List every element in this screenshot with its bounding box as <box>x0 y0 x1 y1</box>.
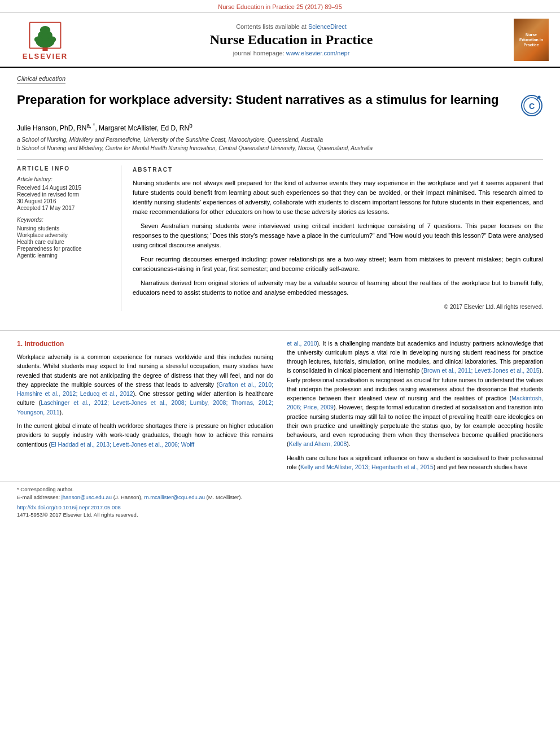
issn-line: 1471-5953/© 2017 Elsevier Ltd. All right… <box>17 512 543 518</box>
abstract-text: Nursing students are not always well pre… <box>133 178 543 298</box>
abstract-header: ABSTRACT <box>133 165 543 174</box>
svg-text:C: C <box>529 102 535 111</box>
elsevier-logo: ELSEVIER <box>11 20 79 60</box>
svg-point-3 <box>40 26 50 34</box>
crossmark-icon: C <box>520 94 543 117</box>
article-info-abstract-section: ARTICLE INFO Article history: Received 1… <box>17 159 543 311</box>
intro-para-4: Health care culture has a significant in… <box>287 453 543 472</box>
journal-logo-right: Nurse Education in Practice <box>504 19 549 61</box>
journal-citation: Nurse Education in Practice 25 (2017) 89… <box>218 3 342 10</box>
article-info-col: ARTICLE INFO Article history: Received 1… <box>17 165 121 311</box>
copyright-line: © 2017 Elsevier Ltd. All rights reserved… <box>133 303 543 311</box>
article-info-header: ARTICLE INFO <box>17 165 113 172</box>
author2-sup: b <box>189 123 193 129</box>
keyword-2: Workplace adversity <box>17 232 113 238</box>
footnote-emails: E-mail addresses: jhanson@usc.edu.au (J.… <box>17 493 543 501</box>
intro-para-1: Workplace adversity is a common experien… <box>17 352 273 417</box>
ref-haddad[interactable]: El Haddad et al., 2013; Levett-Jones et … <box>51 441 194 448</box>
body-col-left: 1. Introduction Workplace adversity is a… <box>17 339 273 477</box>
abstract-para-4: Narratives derived from original stories… <box>133 278 543 298</box>
keyword-4: Preparedness for practice <box>17 246 113 252</box>
sciencedirect-link[interactable]: ScienceDirect <box>308 23 347 30</box>
revised-date: 30 August 2016 <box>17 198 113 204</box>
author1-sup: a, * <box>86 123 95 129</box>
main-divider <box>0 330 560 331</box>
doi-link[interactable]: http://dx.doi.org/10.1016/j.nepr.2017.05… <box>17 504 543 510</box>
ref-mackintosh[interactable]: Mackintosh, 2006; Price, 2009 <box>287 395 543 410</box>
section-label: Clinical education <box>17 75 65 84</box>
body-col-right: et al., 2010). It is a challenging manda… <box>287 339 543 477</box>
intro-title: 1. Introduction <box>17 339 273 350</box>
keyword-3: Health care culture <box>17 239 113 245</box>
journal-logo-box: Nurse Education in Practice <box>514 19 549 61</box>
intro-para-3: et al., 2010). It is a challenging manda… <box>287 339 543 449</box>
keywords-section: Keywords: Nursing students Workplace adv… <box>17 217 113 259</box>
keyword-5: Agentic learning <box>17 252 113 259</box>
intro-para-2: In the current global climate of health … <box>17 421 273 449</box>
journal-homepage: journal homepage: www.elsevier.com/nepr <box>79 50 504 56</box>
accepted-date: Accepted 17 May 2017 <box>17 205 113 211</box>
keywords-label: Keywords: <box>17 217 113 223</box>
elsevier-tree-icon <box>25 20 65 51</box>
sciencedirect-line: Contents lists available at ScienceDirec… <box>79 23 504 30</box>
affiliation-a: a School of Nursing, Midwifery and Param… <box>17 136 543 144</box>
abstract-para-3: Four recurring discourses emerged includ… <box>133 255 543 274</box>
journal-center: Contents lists available at ScienceDirec… <box>79 23 504 56</box>
footnote-area: * Corresponding author. E-mail addresses… <box>0 482 560 518</box>
author2-name: Margaret McAllister, Ed D, RN <box>99 124 189 132</box>
ref-wolff[interactable]: et al., 2010 <box>287 340 317 347</box>
journal-header: ELSEVIER Contents lists available at Sci… <box>0 13 560 68</box>
svg-point-5 <box>48 36 56 42</box>
journal-title: Nurse Education in Practice <box>79 32 504 47</box>
email2-link[interactable]: rn.mcallister@cqu.edu.au <box>144 494 205 500</box>
affiliation-b: b School of Nursing and Midwifery, Centr… <box>17 144 543 152</box>
ref-kelly-mcallister[interactable]: Kelly and McAllister, 2013; Hegenbarth e… <box>300 464 434 470</box>
revised-label: Received in revised form <box>17 191 113 198</box>
received-date: Received 14 August 2015 <box>17 185 113 191</box>
top-citation-bar: Nurse Education in Practice 25 (2017) 89… <box>0 0 560 13</box>
homepage-url[interactable]: www.elsevier.com/nepr <box>286 50 350 56</box>
authors-line: Julie Hanson, PhD, RNa, *, Margaret McAl… <box>17 123 543 132</box>
page-wrapper: Nurse Education in Practice 25 (2017) 89… <box>0 0 560 518</box>
article-content: Clinical education Preparation for workp… <box>0 68 560 322</box>
elsevier-wordmark: ELSEVIER <box>23 52 68 60</box>
ref-kelly-ahern[interactable]: Kelly and Ahern, 2008 <box>289 440 347 447</box>
affiliations: a School of Nursing, Midwifery and Param… <box>17 136 543 152</box>
article-title-block: Preparation for workplace adversity: Stu… <box>17 92 543 117</box>
keyword-1: Nursing students <box>17 225 113 231</box>
ref-brown[interactable]: Brown et al., 2011; Levett-Jones et al.,… <box>423 367 540 374</box>
ref-laschinger[interactable]: Laschinger et al., 2012; Levett-Jones et… <box>17 399 273 415</box>
abstract-para-1: Nursing students are not always well pre… <box>133 178 543 217</box>
footnote-corresponding: * Corresponding author. <box>17 486 543 493</box>
article-history-section: Article history: Received 14 August 2015… <box>17 176 113 211</box>
body-content: 1. Introduction Workplace adversity is a… <box>0 339 560 477</box>
history-label: Article history: <box>17 176 113 182</box>
abstract-col: ABSTRACT Nursing students are not always… <box>133 165 543 311</box>
email1-link[interactable]: jhanson@usc.edu.au <box>62 494 112 500</box>
abstract-para-2: Seven Australian nursing students were i… <box>133 221 543 250</box>
ref-grafton[interactable]: Grafton et al., 2010; Hamshire et al., 2… <box>17 381 273 397</box>
author1-name: Julie Hanson, PhD, RN <box>17 124 86 132</box>
svg-point-14 <box>538 96 541 99</box>
article-title-text: Preparation for workplace adversity: Stu… <box>17 92 515 108</box>
svg-point-4 <box>34 36 43 42</box>
